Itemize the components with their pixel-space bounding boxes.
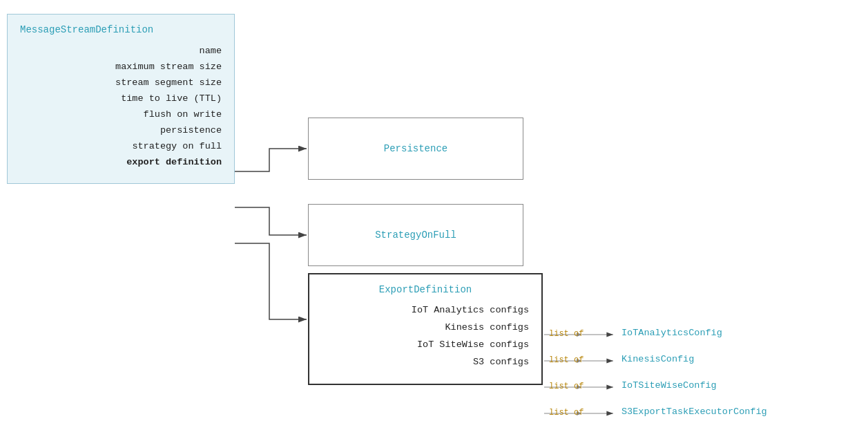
main-box: MessageStreamDefinition name maximum str…: [7, 14, 235, 184]
export-box: ExportDefinition IoT Analytics configs K…: [308, 273, 543, 385]
type-label-kinesis: KinesisConfig: [621, 354, 694, 364]
field-ttl: time to live (TTL): [20, 91, 222, 107]
export-field-iot-sitewise: IoT SiteWise configs: [322, 337, 529, 354]
field-stream-segment-size: stream segment size: [20, 75, 222, 91]
field-strategy-on-full: strategy on full: [20, 139, 222, 155]
list-of-label-1: list of: [549, 329, 584, 339]
strategy-title: StrategyOnFull: [309, 230, 523, 241]
persistence-title: Persistence: [309, 143, 523, 154]
list-of-label-4: list of: [549, 408, 584, 418]
export-box-title: ExportDefinition: [322, 284, 529, 295]
strategy-box: StrategyOnFull: [308, 204, 523, 266]
export-field-iot-analytics: IoT Analytics configs: [322, 302, 529, 319]
type-label-iot-analytics: IoTAnalyticsConfig: [621, 328, 722, 338]
list-of-label-2: list of: [549, 355, 584, 365]
field-max-stream-size: maximum stream size: [20, 59, 222, 75]
type-label-iot-sitewise: IoTSiteWiseConfig: [621, 380, 717, 391]
export-field-kinesis: Kinesis configs: [322, 319, 529, 337]
persistence-box: Persistence: [308, 118, 523, 180]
field-name: name: [20, 44, 222, 59]
type-label-s3: S3ExportTaskExecutorConfig: [621, 406, 767, 417]
main-box-title: MessageStreamDefinition: [20, 24, 222, 35]
field-flush-on-write: flush on write: [20, 107, 222, 123]
diagram-container: MessageStreamDefinition name maximum str…: [0, 0, 868, 430]
list-of-label-3: list of: [549, 382, 584, 391]
export-field-s3: S3 configs: [322, 354, 529, 371]
field-export-definition: export definition: [20, 155, 222, 171]
field-persistence: persistence: [20, 123, 222, 139]
